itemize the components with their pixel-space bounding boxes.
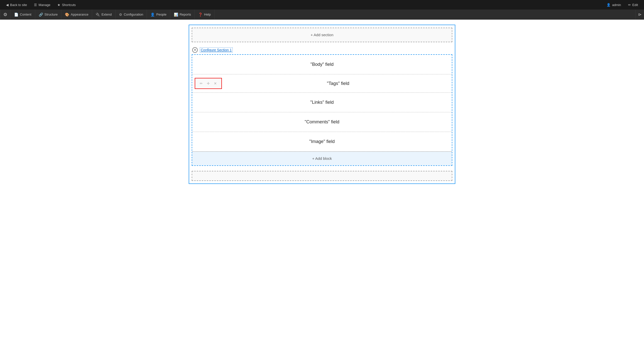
admin-user-link[interactable]: 👤 admin [603, 0, 624, 10]
remove-section-button[interactable]: ✕ [192, 47, 198, 53]
add-block-button[interactable]: + Add block [312, 156, 332, 161]
user-icon: 👤 [607, 3, 611, 7]
admin-bar-right: 👤 admin ✏ Edit [603, 0, 641, 10]
reports-nav-label: Reports [180, 13, 191, 16]
reports-nav-item[interactable]: 📊 Reports [170, 10, 195, 19]
body-field-label: "Body" field [310, 62, 334, 67]
edit-block-icon: ✏ [200, 81, 203, 85]
layout-outer: + Add section ✕ Configure Section 1 "Bod… [189, 25, 455, 184]
body-field-row: "Body" field [192, 55, 452, 74]
tags-field-row: ✏ ✛ ✕ "Tags" field [192, 74, 452, 93]
nav-collapse-button[interactable]: ⊳ [635, 10, 644, 19]
remove-block-icon: ✕ [214, 81, 217, 85]
extend-icon: 🔌 [96, 13, 100, 17]
content-icon: 📄 [14, 13, 18, 17]
extend-nav-item[interactable]: 🔌 Extend [92, 10, 115, 19]
add-section-label: + Add section [311, 33, 333, 37]
image-field-label: "Image" field [309, 139, 335, 144]
add-block-area: + Add block [192, 152, 452, 165]
appearance-nav-item[interactable]: 🎨 Appearance [61, 10, 92, 19]
add-section-button[interactable]: + Add section [311, 33, 333, 37]
configure-section-label: Configure Section 1 [201, 48, 232, 52]
configure-section-link[interactable]: Configure Section 1 [200, 47, 233, 53]
drupal-home-link[interactable]: ⚙ [0, 10, 11, 19]
people-nav-label: People [156, 13, 166, 16]
edit-label: Edit [632, 3, 638, 7]
configuration-nav-label: Configuration [124, 13, 143, 16]
add-block-label: + Add block [312, 156, 332, 161]
nav-right: ⊳ [635, 10, 644, 19]
help-nav-label: Help [204, 13, 211, 16]
star-icon: ★ [57, 3, 60, 7]
comments-field-label: "Comments" field [305, 119, 339, 124]
section-content: "Body" field ✏ ✛ ✕ " [192, 54, 452, 166]
links-field-label: "Links" field [310, 100, 334, 105]
structure-nav-item[interactable]: 🔗 Structure [35, 10, 62, 19]
appearance-nav-label: Appearance [71, 13, 88, 16]
manage-label: Manage [38, 3, 50, 7]
people-icon: 👤 [150, 13, 155, 17]
content-nav-label: Content [20, 13, 31, 16]
help-icon: ❓ [198, 13, 203, 17]
edit-link[interactable]: ✏ Edit [625, 0, 641, 10]
manage-icon: ☰ [34, 3, 37, 7]
image-field-row: "Image" field [192, 132, 452, 152]
shortcuts-link[interactable]: ★ Shortcuts [54, 0, 79, 10]
configuration-nav-item[interactable]: ⚙ Configuration [115, 10, 147, 19]
secondary-nav: ⚙ 📄 Content 🔗 Structure 🎨 Appearance 🔌 E… [0, 10, 644, 20]
edit-block-button[interactable]: ✏ [198, 80, 204, 86]
add-section-area: + Add section [192, 28, 452, 42]
tags-field-label: "Tags" field [224, 81, 452, 86]
pencil-icon: ✏ [628, 3, 631, 7]
structure-icon: 🔗 [39, 13, 43, 17]
layout-builder: + Add section ✕ Configure Section 1 "Bod… [184, 25, 460, 184]
extend-nav-label: Extend [101, 13, 111, 16]
move-block-button[interactable]: ✛ [205, 80, 211, 86]
block-controls: ✏ ✛ ✕ [195, 78, 222, 89]
help-nav-item[interactable]: ❓ Help [195, 10, 215, 19]
reports-icon: 📊 [174, 13, 178, 17]
admin-bar: ◀ Back to site ☰ Manage ★ Shortcuts 👤 ad… [0, 0, 644, 10]
main-content: + Add section ✕ Configure Section 1 "Bod… [0, 20, 644, 345]
remove-block-button[interactable]: ✕ [212, 80, 218, 86]
bottom-section-area [192, 171, 452, 181]
structure-nav-label: Structure [45, 13, 58, 16]
admin-label: admin [612, 3, 621, 7]
back-to-site-label: Back to site [10, 3, 27, 7]
comments-field-row: "Comments" field [192, 112, 452, 132]
admin-bar-left: ◀ Back to site ☰ Manage ★ Shortcuts [3, 0, 602, 10]
drupal-icon: ⚙ [3, 12, 7, 17]
back-to-site-link[interactable]: ◀ Back to site [3, 0, 30, 10]
links-field-row: "Links" field [192, 93, 452, 112]
configure-section-row: ✕ Configure Section 1 [192, 47, 452, 53]
people-nav-item[interactable]: 👤 People [147, 10, 170, 19]
move-block-icon: ✛ [207, 81, 210, 85]
shortcuts-label: Shortcuts [62, 3, 76, 7]
content-nav-item[interactable]: 📄 Content [11, 10, 35, 19]
manage-link[interactable]: ☰ Manage [30, 0, 54, 10]
collapse-icon: ⊳ [638, 12, 641, 17]
configuration-icon: ⚙ [119, 13, 122, 17]
back-icon: ◀ [6, 3, 9, 7]
x-icon: ✕ [194, 48, 196, 52]
appearance-icon: 🎨 [65, 13, 69, 17]
